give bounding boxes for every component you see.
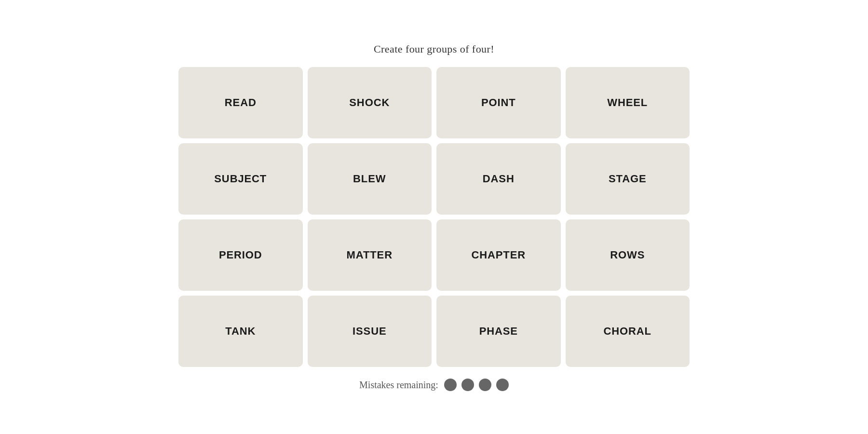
mistake-dot-1 — [444, 379, 457, 391]
tile-label-tank: TANK — [225, 325, 256, 338]
tile-label-wheel: WHEEL — [607, 96, 648, 109]
tile-chapter[interactable]: CHAPTER — [436, 219, 561, 291]
tile-matter[interactable]: MATTER — [308, 219, 432, 291]
tile-read[interactable]: READ — [178, 67, 303, 138]
tile-dash[interactable]: DASH — [436, 143, 561, 215]
tile-label-chapter: CHAPTER — [472, 249, 526, 261]
tile-label-choral: CHORAL — [604, 325, 651, 338]
tile-point[interactable]: POINT — [436, 67, 561, 138]
tile-label-period: PERIOD — [219, 249, 262, 261]
game-container: Create four groups of four! READSHOCKPOI… — [178, 43, 690, 391]
tile-period[interactable]: PERIOD — [178, 219, 303, 291]
tile-label-dash: DASH — [483, 173, 515, 185]
tile-rows[interactable]: ROWS — [566, 219, 690, 291]
tile-stage[interactable]: STAGE — [566, 143, 690, 215]
mistake-dot-3 — [479, 379, 491, 391]
tile-subject[interactable]: SUBJECT — [178, 143, 303, 215]
tile-blew[interactable]: BLEW — [308, 143, 432, 215]
tile-label-rows: ROWS — [610, 249, 645, 261]
tile-issue[interactable]: ISSUE — [308, 296, 432, 367]
mistake-dot-2 — [461, 379, 474, 391]
subtitle: Create four groups of four! — [374, 43, 494, 55]
tile-phase[interactable]: PHASE — [436, 296, 561, 367]
tile-label-read: READ — [225, 96, 257, 109]
tile-label-matter: MATTER — [347, 249, 393, 261]
tile-choral[interactable]: CHORAL — [566, 296, 690, 367]
mistakes-area: Mistakes remaining: — [359, 379, 509, 391]
tile-label-issue: ISSUE — [353, 325, 386, 338]
tile-label-blew: BLEW — [353, 173, 386, 185]
tile-label-phase: PHASE — [479, 325, 518, 338]
tile-label-shock: SHOCK — [349, 96, 390, 109]
tile-tank[interactable]: TANK — [178, 296, 303, 367]
mistake-dots — [444, 379, 509, 391]
tile-label-point: POINT — [481, 96, 516, 109]
mistakes-label: Mistakes remaining: — [359, 380, 438, 391]
tile-shock[interactable]: SHOCK — [308, 67, 432, 138]
tile-wheel[interactable]: WHEEL — [566, 67, 690, 138]
mistake-dot-4 — [496, 379, 509, 391]
tile-grid: READSHOCKPOINTWHEELSUBJECTBLEWDASHSTAGEP… — [178, 67, 690, 367]
tile-label-subject: SUBJECT — [214, 173, 267, 185]
tile-label-stage: STAGE — [609, 173, 647, 185]
